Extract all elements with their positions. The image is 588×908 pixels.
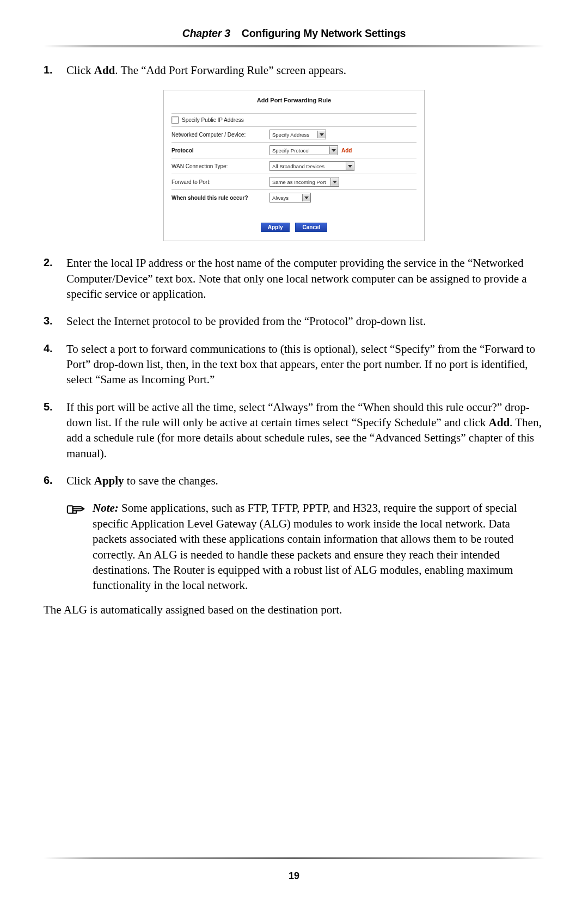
fwd-dropdown[interactable]: Same as Incoming Port bbox=[270, 177, 339, 187]
protocol-label: Protocol bbox=[171, 148, 270, 154]
page-number: 19 bbox=[0, 870, 588, 882]
dialog-separator bbox=[171, 174, 416, 174]
note-block: Note: Some applications, such as FTP, TF… bbox=[66, 500, 544, 593]
ncd-label: Networked Computer / Device: bbox=[171, 132, 270, 138]
header-rule bbox=[44, 45, 544, 47]
chapter-title: Configuring My Network Settings bbox=[242, 27, 406, 39]
protocol-dropdown[interactable]: Specify Protocol bbox=[270, 145, 338, 155]
chapter-label: Chapter 3 bbox=[182, 27, 230, 39]
step-body: Click Add. The “Add Port Forwarding Rule… bbox=[66, 63, 544, 78]
dialog-screenshot: Add Port Forwarding Rule Specify Public … bbox=[44, 90, 544, 241]
specify-public-ip-checkbox[interactable] bbox=[171, 116, 179, 124]
cancel-button[interactable]: Cancel bbox=[295, 223, 327, 232]
protocol-add-link[interactable]: Add bbox=[341, 148, 352, 154]
svg-rect-0 bbox=[68, 506, 73, 514]
step-number: 3. bbox=[44, 314, 66, 329]
note-text: Note: Some applications, such as FTP, TF… bbox=[93, 500, 544, 593]
chevron-down-icon bbox=[329, 146, 338, 154]
apply-button[interactable]: Apply bbox=[261, 223, 290, 232]
step-number: 1. bbox=[44, 63, 66, 78]
step-body: Enter the local IP address or the host n… bbox=[66, 255, 544, 302]
fwd-label: Forward to Port: bbox=[171, 179, 270, 185]
chevron-down-icon bbox=[317, 131, 326, 138]
step-body: Select the Internet protocol to be provi… bbox=[66, 314, 544, 329]
pointing-hand-icon bbox=[66, 500, 86, 593]
add-port-forwarding-dialog: Add Port Forwarding Rule Specify Public … bbox=[163, 90, 425, 241]
dialog-title: Add Port Forwarding Rule bbox=[171, 97, 416, 103]
chapter-header: Chapter 3 Configuring My Network Setting… bbox=[44, 27, 544, 40]
dialog-separator bbox=[171, 113, 416, 114]
chevron-down-icon bbox=[330, 178, 339, 186]
steps-list: 1. Click Add. The “Add Port Forwarding R… bbox=[44, 63, 544, 78]
when-dropdown[interactable]: Always bbox=[270, 193, 311, 203]
chevron-down-icon bbox=[346, 162, 354, 170]
ncd-dropdown[interactable]: Specify Address bbox=[270, 130, 326, 139]
wan-dropdown[interactable]: All Broadband Devices bbox=[270, 161, 354, 171]
step-body: Click Apply to save the changes. bbox=[66, 473, 544, 488]
dialog-separator bbox=[171, 189, 416, 190]
dialog-separator bbox=[171, 126, 416, 127]
specify-public-ip-label: Specify Public IP Address bbox=[182, 117, 244, 123]
note-label: Note: bbox=[93, 501, 119, 514]
dialog-separator bbox=[171, 158, 416, 158]
dialog-separator bbox=[171, 142, 416, 143]
step-number: 2. bbox=[44, 255, 66, 302]
step-number: 6. bbox=[44, 473, 66, 488]
step-number: 5. bbox=[44, 400, 66, 461]
step-number: 4. bbox=[44, 341, 66, 388]
wan-label: WAN Connection Type: bbox=[171, 163, 270, 169]
paragraph-after-note: The ALG is automatically assigned based … bbox=[44, 602, 544, 617]
step-body: If this port will be active all the time… bbox=[66, 400, 544, 461]
steps-list-contd: 2. Enter the local IP address or the hos… bbox=[44, 255, 544, 488]
step-body: To select a port to forward communicatio… bbox=[66, 341, 544, 388]
chevron-down-icon bbox=[302, 194, 310, 201]
footer-rule bbox=[44, 857, 544, 859]
when-label: When should this rule occur? bbox=[171, 195, 270, 201]
